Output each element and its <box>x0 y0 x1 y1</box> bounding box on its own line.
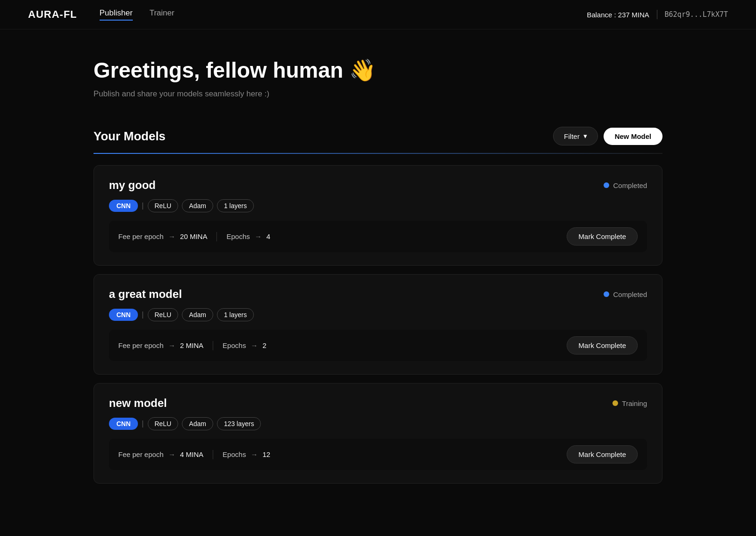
info-separator <box>216 232 217 241</box>
nav-publisher[interactable]: Publisher <box>100 8 133 21</box>
tag-cnn: CNN <box>109 418 138 430</box>
model-card: new model Training CNN | ReLUAdam123 lay… <box>94 383 662 484</box>
header-right: Balance : 237 MINA B62qr9...L7kX7T <box>587 10 728 19</box>
model-info-left: Fee per epoch → 4 MINA Epochs → 12 <box>118 450 270 459</box>
epochs-value: 12 <box>262 450 270 458</box>
tag-pill: 1 layers <box>217 308 254 321</box>
tag-cnn: CNN <box>109 200 138 212</box>
info-separator <box>213 450 213 459</box>
model-card: a great model Completed CNN | ReLUAdam1 … <box>94 274 662 375</box>
model-info-row: Fee per epoch → 4 MINA Epochs → 12 Mark … <box>109 439 647 470</box>
model-tags: CNN | ReLUAdam1 layers <box>109 308 647 321</box>
model-cards-container: my good Completed CNN | ReLUAdam1 layers… <box>94 165 662 484</box>
models-header: Your Models Filter ▾ New Model <box>94 127 662 145</box>
fee-value: 2 MINA <box>180 341 203 349</box>
greeting-section: Greetings, fellow human 👋 Publish and sh… <box>94 58 662 99</box>
status-dot <box>604 291 609 297</box>
tag-pill: Adam <box>182 199 213 212</box>
model-tags: CNN | ReLUAdam123 layers <box>109 417 647 430</box>
nav-trainer[interactable]: Trainer <box>150 8 174 21</box>
tag-pill: ReLU <box>148 417 179 430</box>
tag-pill: 123 layers <box>217 417 261 430</box>
status-badge: Completed <box>604 181 647 189</box>
status-dot <box>604 182 609 188</box>
epochs: Epochs → 12 <box>223 450 270 458</box>
wallet-address: B62qr9...L7kX7T <box>665 10 728 19</box>
status-badge: Completed <box>604 290 647 298</box>
info-separator <box>213 341 213 350</box>
logo: AURA-FL <box>28 8 77 21</box>
arrow-icon: → <box>251 341 258 349</box>
model-name: a great model <box>109 288 182 301</box>
greeting-subtitle: Publish and share your models seamlessly… <box>94 89 662 99</box>
new-model-button[interactable]: New Model <box>604 128 662 145</box>
model-name: new model <box>109 397 167 410</box>
status-text: Completed <box>613 181 647 189</box>
tag-pill: ReLU <box>148 308 179 321</box>
tag-pill: ReLU <box>148 199 179 212</box>
arrow-icon: → <box>168 232 175 240</box>
model-card-header: a great model Completed <box>109 288 647 301</box>
tag-cnn: CNN <box>109 309 138 321</box>
epochs-value: 2 <box>262 341 266 349</box>
models-section: Your Models Filter ▾ New Model my good C… <box>94 127 662 484</box>
model-tags: CNN | ReLUAdam1 layers <box>109 199 647 212</box>
status-badge: Training <box>612 399 647 407</box>
model-info-row: Fee per epoch → 20 MINA Epochs → 4 Mark … <box>109 221 647 252</box>
tag-pill: 1 layers <box>217 199 254 212</box>
model-info-row: Fee per epoch → 2 MINA Epochs → 2 Mark C… <box>109 330 647 361</box>
arrow-icon: → <box>251 450 258 458</box>
epochs: Epochs → 2 <box>223 341 266 349</box>
models-actions: Filter ▾ New Model <box>553 127 662 145</box>
tag-separator: | <box>142 202 144 210</box>
tag-pill: Adam <box>182 417 213 430</box>
model-info-left: Fee per epoch → 2 MINA Epochs → 2 <box>118 341 266 350</box>
fee-value: 4 MINA <box>180 450 203 458</box>
fee-per-epoch: Fee per epoch → 4 MINA <box>118 450 203 458</box>
greeting-title: Greetings, fellow human 👋 <box>94 58 662 83</box>
models-title: Your Models <box>94 129 166 144</box>
model-name: my good <box>109 179 156 192</box>
main-content: Greetings, fellow human 👋 Publish and sh… <box>0 29 756 520</box>
mark-complete-button[interactable]: Mark Complete <box>567 336 638 355</box>
epochs: Epochs → 4 <box>226 232 270 240</box>
status-dot <box>612 400 618 406</box>
model-card-header: my good Completed <box>109 179 647 192</box>
models-divider <box>94 153 662 154</box>
fee-per-epoch: Fee per epoch → 2 MINA <box>118 341 203 349</box>
header: AURA-FL Publisher Trainer Balance : 237 … <box>0 0 756 29</box>
chevron-down-icon: ▾ <box>583 132 587 140</box>
model-info-left: Fee per epoch → 20 MINA Epochs → 4 <box>118 232 270 241</box>
epochs-value: 4 <box>266 232 270 240</box>
nav: Publisher Trainer <box>100 8 587 21</box>
filter-label: Filter <box>564 132 579 140</box>
filter-button[interactable]: Filter ▾ <box>553 127 598 145</box>
arrow-icon: → <box>255 232 262 240</box>
model-card: my good Completed CNN | ReLUAdam1 layers… <box>94 165 662 266</box>
balance-text: Balance : 237 MINA <box>587 11 649 19</box>
status-text: Completed <box>613 290 647 298</box>
status-text: Training <box>622 399 647 407</box>
mark-complete-button[interactable]: Mark Complete <box>567 445 638 464</box>
tag-separator: | <box>142 420 144 428</box>
arrow-icon: → <box>168 341 175 349</box>
model-card-header: new model Training <box>109 397 647 410</box>
mark-complete-button[interactable]: Mark Complete <box>567 227 638 246</box>
header-divider <box>657 10 657 19</box>
tag-separator: | <box>142 311 144 319</box>
fee-value: 20 MINA <box>180 232 207 240</box>
fee-per-epoch: Fee per epoch → 20 MINA <box>118 232 207 240</box>
tag-pill: Adam <box>182 308 213 321</box>
arrow-icon: → <box>168 450 175 458</box>
